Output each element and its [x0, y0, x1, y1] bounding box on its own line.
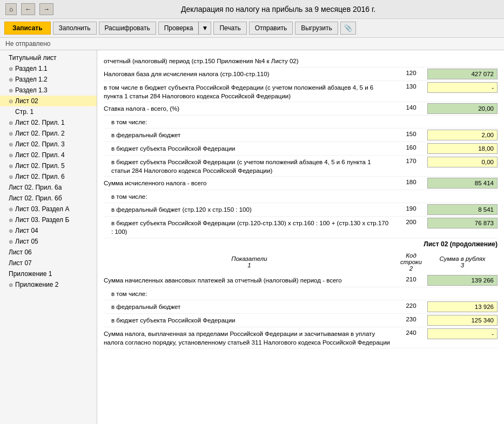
value-input[interactable]: 2,00	[427, 130, 498, 140]
sidebar-item-label: Стр. 1	[15, 108, 33, 116]
sidebar-item-l02-app6[interactable]: ⊕ Лист 02. Прил. 6	[0, 171, 97, 182]
sidebar-item-l02-p1[interactable]: Стр. 1	[0, 106, 97, 117]
sidebar-item-label: Лист 03. Раздел А	[15, 205, 69, 213]
row-label: в том числе в бюджет субъекта Российской…	[104, 82, 395, 100]
row-label: в том числе:	[104, 288, 395, 298]
continuation-header-text: Лист 02 (продолжение)	[424, 240, 498, 248]
sidebar-item-l02-app4[interactable]: ⊕ Лист 02. Прил. 4	[0, 150, 97, 160]
sidebar-item-label: Лист 02. Прил. 6	[15, 173, 65, 180]
row-code: 190	[395, 204, 427, 212]
sidebar-item-l02-app6a[interactable]: Лист 02. Прил. 6а	[0, 182, 97, 193]
expand-icon: ⊕	[9, 88, 13, 93]
status-bar: Не отправлено	[0, 38, 504, 50]
row-code: 150	[395, 130, 427, 137]
page-title: Декларация по налогу на прибыль за 9 мес…	[58, 5, 499, 14]
save-button[interactable]: Записать	[4, 22, 51, 35]
back-button[interactable]: ←	[21, 3, 35, 15]
home-button[interactable]: ⌂	[5, 3, 17, 15]
row-code: 210	[395, 275, 427, 282]
value-input[interactable]: -	[427, 328, 498, 339]
expand-icon: ⊕	[9, 228, 13, 234]
sidebar-item-l06[interactable]: Лист 06	[0, 247, 97, 258]
sidebar-item-title[interactable]: Титульный лист	[0, 52, 97, 63]
value-input[interactable]: 76 873	[427, 218, 498, 228]
col-header-2: Код строки 2	[395, 252, 427, 272]
value-input[interactable]: 0,00	[427, 157, 498, 167]
row-label: в бюджет субъекта Российской Федерации	[104, 315, 395, 325]
sidebar-item-l07[interactable]: Лист 07	[0, 258, 97, 268]
row-label: Сумма исчисленного налога - всего	[104, 178, 395, 187]
sidebar-item-label: Лист 05	[15, 238, 38, 245]
sidebar-item-r1-2[interactable]: ⊕ Раздел 1.2	[0, 74, 97, 85]
row-code: 130	[395, 82, 427, 90]
row-code: 140	[395, 103, 427, 111]
sidebar-item-l02-app5[interactable]: ⊕ Лист 02. Прил. 5	[0, 160, 97, 171]
sidebar-item-label: Лист 02. Прил. 5	[15, 162, 65, 170]
row-value: 125 340	[427, 315, 498, 326]
forward-button[interactable]: →	[39, 3, 53, 15]
check-button[interactable]: Проверка	[158, 22, 199, 35]
attach-button[interactable]: 📎	[340, 22, 356, 35]
sidebar-item-label: Лист 02. Прил. 6а	[9, 184, 62, 191]
expand-icon: ⊕	[9, 66, 13, 72]
sidebar-item-label: Лист 07	[9, 259, 32, 267]
sidebar-item-l02-app2[interactable]: ⊕ Лист 02. Прил. 2	[0, 128, 97, 139]
row-label: в том числе:	[104, 191, 395, 201]
table-row: Ставка налога - всего, (%) 140 20,00	[104, 102, 498, 116]
table-row: в федеральный бюджет 220 13 926	[104, 300, 498, 314]
print-button[interactable]: Печать	[213, 22, 246, 35]
sidebar-item-l02-app6b[interactable]: Лист 02. Прил. 6б	[0, 193, 97, 204]
row-code: 220	[395, 301, 427, 309]
row-label: в том числе:	[104, 117, 395, 126]
sidebar-item-r1-3[interactable]: ⊕ Раздел 1.3	[0, 85, 97, 96]
row-code: 170	[395, 157, 427, 164]
app-header: ⌂ ← → Декларация по налогу на прибыль за…	[0, 0, 504, 19]
value-input[interactable]: 8 541	[427, 204, 498, 215]
sidebar-item-l02-app3[interactable]: ⊕ Лист 02. Прил. 3	[0, 139, 97, 150]
sub-label-row: в том числе:	[104, 116, 498, 129]
check-dropdown-button[interactable]: ▼	[198, 22, 211, 35]
value-input[interactable]: 139 266	[427, 275, 498, 286]
top-code	[395, 56, 427, 57]
column-headers: Показатели 1 Код строки 2 Сумма в рублях…	[104, 250, 498, 274]
sidebar-item-l05[interactable]: ⊕ Лист 05	[0, 236, 97, 247]
send-button[interactable]: Отправить	[249, 22, 293, 35]
expand-icon: ⊕	[9, 174, 13, 180]
sidebar-item-app1[interactable]: Приложение 1	[0, 268, 97, 279]
table-row: в бюджет субъекта Российской Федерации 1…	[104, 142, 498, 156]
sidebar-item-label: Лист 02. Прил. 3	[15, 140, 65, 148]
sidebar: Титульный лист ⊕ Раздел 1.1 ⊕ Раздел 1.2…	[0, 50, 97, 424]
decode-button[interactable]: Расшифровать	[99, 22, 156, 35]
value-input[interactable]: 13 926	[427, 301, 498, 312]
sidebar-item-l02[interactable]: ⊖ Лист 02	[0, 96, 97, 106]
sidebar-item-l04[interactable]: ⊕ Лист 04	[0, 225, 97, 236]
value-input[interactable]: 427 072	[427, 69, 498, 79]
sub-label-row: в том числе:	[104, 287, 498, 300]
sidebar-item-app2[interactable]: ⊕ Приложение 2	[0, 279, 97, 290]
value-input[interactable]: 125 340	[427, 315, 498, 326]
sidebar-item-l03-b[interactable]: ⊕ Лист 03. Раздел Б	[0, 214, 97, 225]
value-input[interactable]: 20,00	[427, 103, 498, 114]
value-input[interactable]: -	[427, 82, 498, 93]
expand-icon: ⊕	[9, 282, 13, 288]
row-value: 427 072	[427, 69, 498, 79]
sidebar-item-r1-1[interactable]: ⊕ Раздел 1.1	[0, 63, 97, 74]
sidebar-item-label: Лист 03. Раздел Б	[15, 216, 69, 224]
value-input[interactable]: 85 414	[427, 178, 498, 189]
row-label: в федеральный бюджет (стр.120 х стр.150 …	[104, 204, 395, 214]
expand-icon: ⊕	[9, 163, 13, 169]
table-row: в федеральный бюджет (стр.120 х стр.150 …	[104, 203, 498, 217]
expand-icon: ⊕	[9, 152, 13, 158]
sidebar-item-label: Титульный лист	[9, 54, 57, 62]
main-layout: Титульный лист ⊕ Раздел 1.1 ⊕ Раздел 1.2…	[0, 50, 504, 424]
fill-button[interactable]: Заполнить	[53, 22, 97, 35]
row-value: 0,00	[427, 157, 498, 167]
sidebar-item-l03-a[interactable]: ⊕ Лист 03. Раздел А	[0, 204, 97, 214]
expand-icon: ⊕	[9, 142, 13, 147]
row-value: 8 541	[427, 204, 498, 215]
value-input[interactable]: 18,00	[427, 143, 498, 154]
sidebar-item-l02-app1[interactable]: ⊕ Лист 02. Прил. 1	[0, 117, 97, 128]
export-button[interactable]: Выгрузить	[295, 22, 338, 35]
row-code	[395, 288, 427, 290]
sidebar-item-label: Лист 04	[15, 227, 38, 234]
